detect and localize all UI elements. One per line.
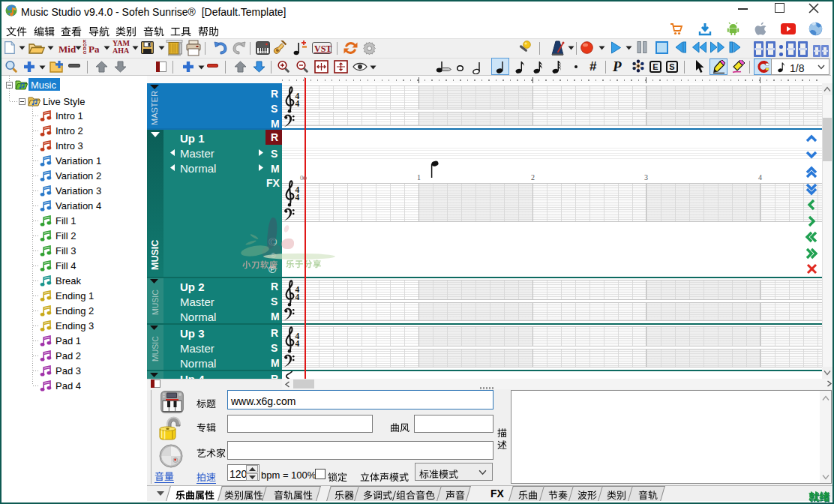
svg-text:4: 4 bbox=[296, 339, 300, 348]
svg-text:4: 4 bbox=[296, 193, 300, 202]
svg-text:4: 4 bbox=[296, 99, 300, 108]
svg-text:4: 4 bbox=[296, 292, 300, 302]
